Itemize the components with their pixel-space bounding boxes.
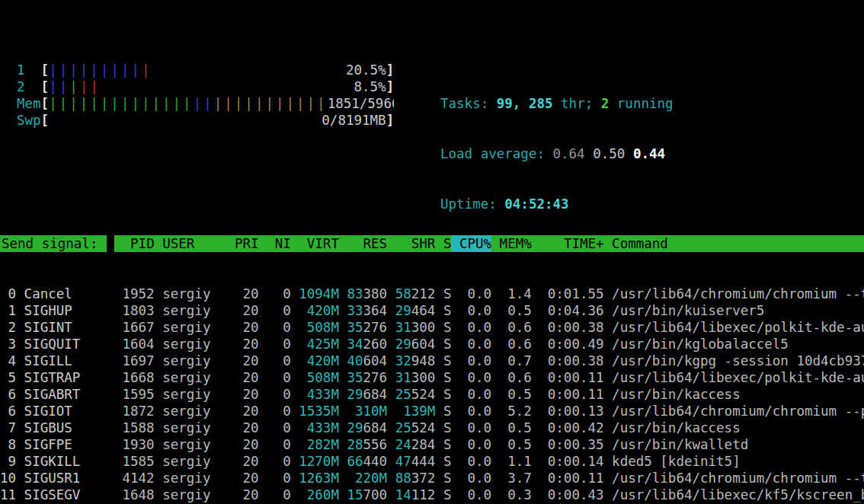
signal-name: SIGABRT (16, 386, 80, 403)
table-row[interactable]: 1667sergiy200508M3527631300S0.00.60:00.3… (114, 319, 864, 336)
cell-pid: 1872 (114, 403, 155, 419)
tan-bars: ||||||||||| (214, 96, 328, 111)
signal-number: 7 (0, 419, 16, 436)
panel-gap (107, 202, 114, 504)
signal-menu-item-cancel[interactable]: 0Cancel (0, 285, 107, 302)
cell-virt: 420M (299, 352, 339, 369)
cell-cpu: 0.0 (451, 436, 491, 453)
cell-state: S (443, 436, 452, 453)
signal-menu-item-sigkill[interactable]: 9SIGKILL (0, 453, 107, 470)
table-row[interactable]: 1930sergiy200282M2855624284S0.00.50:00.3… (114, 436, 864, 453)
blue-bars: ||||||||| (49, 62, 142, 78)
cell-virt: 260M (299, 486, 339, 503)
table-row[interactable]: 1803sergiy200420M3336429464S0.00.50:04.3… (114, 302, 864, 319)
signal-menu-item-sigabrt[interactable]: 6SIGABRT (0, 386, 107, 403)
cell-virt: 508M (299, 319, 339, 336)
cell-res: 28556 (347, 436, 387, 453)
signal-menu-item-sigsegv[interactable]: 11SIGSEGV (0, 486, 107, 503)
cell-shr: 25524 (395, 419, 436, 436)
signal-menu-item-sigint[interactable]: 2SIGINT (0, 319, 107, 336)
cell-state: S (443, 319, 452, 336)
table-row[interactable]: 1595sergiy200433M2968425524S0.00.50:00.1… (114, 386, 864, 403)
signal-menu-item-sigbus[interactable]: 7SIGBUS (0, 419, 107, 436)
table-row[interactable]: 1648sergiy200260M1570014112S0.00.30:00.4… (114, 486, 864, 503)
cell-mem: 5.2 (500, 403, 532, 419)
table-row[interactable]: 1697sergiy200420M4060432948S0.00.70:00.3… (114, 352, 864, 369)
cell-user: sergiy (162, 453, 235, 470)
cell-command: /usr/lib64/chromium/chromium --type (612, 470, 864, 486)
meter-close-bracket: ] (386, 62, 395, 78)
cell-mem: 0.6 (500, 319, 532, 336)
table-row[interactable]: 1585sergiy2001270M6644047444S0.01.10:00.… (114, 453, 864, 470)
load-15min: 0.44 (633, 146, 665, 161)
cell-time: 0:00.11 (539, 470, 603, 486)
cell-cpu: 0.0 (451, 369, 491, 386)
column-header-shr[interactable]: SHR (395, 235, 436, 252)
signal-menu-item-sigtrap[interactable]: 5SIGTRAP (0, 369, 107, 386)
signal-number: 10 (0, 470, 16, 486)
load-average-line: Load average: 0.64 0.50 0.44 (440, 145, 674, 162)
cell-shr: 47444 (395, 453, 436, 470)
cell-res: 15700 (347, 486, 387, 503)
threads-count: 285 (529, 96, 553, 111)
cell-pid: 1595 (114, 386, 155, 403)
cell-pid: 1588 (114, 419, 155, 436)
column-header-user[interactable]: USER (162, 235, 235, 252)
cell-res: 35276 (347, 369, 387, 386)
table-row[interactable]: 1604sergiy200425M3426029604S0.00.60:00.4… (114, 336, 864, 352)
cell-state: S (443, 403, 452, 419)
cell-state: S (443, 486, 452, 503)
cell-command: /usr/bin/kgpg -session 10d4cb937000 (612, 352, 864, 369)
column-header-pri[interactable]: PRI (235, 235, 259, 252)
signal-menu-item-sighup[interactable]: 1SIGHUP (0, 302, 107, 319)
meter-value: 20.5% (346, 62, 386, 78)
signal-menu-item-sigquit[interactable]: 3SIGQUIT (0, 336, 107, 352)
cell-ni: 0 (267, 470, 291, 486)
signal-menu-item-sigfpe[interactable]: 8SIGFPE (0, 436, 107, 453)
table-row[interactable]: 1952sergiy2001094M8338058212S0.01.40:01.… (114, 285, 864, 302)
load-5min: 0.50 (593, 146, 633, 161)
uptime-label: Uptime: (440, 196, 504, 212)
signal-menu-item-sigusr1[interactable]: 10SIGUSR1 (0, 470, 107, 486)
column-header-ni[interactable]: NI (267, 235, 291, 252)
cell-command: /usr/bin/kaccess (612, 386, 741, 403)
cell-shr: 29604 (395, 336, 436, 352)
blue-bars: || (49, 79, 69, 94)
signal-number: 4 (0, 352, 16, 369)
signal-name: SIGQUIT (16, 336, 80, 352)
cell-command: /usr/lib64/chromium/chromium --ppap (612, 403, 864, 419)
cell-command: /usr/lib64/libexec/kf5/kscreen_back (612, 486, 864, 503)
cell-pri: 20 (235, 336, 259, 352)
cell-virt: 1263M (299, 470, 339, 486)
signal-name: SIGFPE (16, 436, 72, 453)
load-1min: 0.64 (553, 146, 594, 161)
cell-state: S (443, 419, 452, 436)
signal-menu-item-sigiot[interactable]: 6SIGIOT (0, 403, 107, 419)
cell-mem: 3.7 (500, 470, 532, 486)
signal-menu-item-sigill[interactable]: 4SIGILL (0, 352, 107, 369)
table-row[interactable]: 1668sergiy200508M3527631300S0.00.60:00.1… (114, 369, 864, 386)
cell-time: 0:00.14 (539, 453, 603, 470)
signal-name: SIGSEGV (16, 486, 80, 503)
meter-value: 0/8191MB (322, 113, 386, 128)
cell-state: S (443, 369, 452, 386)
signal-name: SIGTRAP (16, 369, 80, 386)
cell-mem: 0.5 (500, 436, 532, 453)
cell-pri: 20 (235, 369, 259, 386)
table-row[interactable]: 4142sergiy2001263M220M88372S0.03.70:00.1… (114, 470, 864, 486)
process-table: PID USER PRI NI VIRT RES SHR S CPU% MEM%… (114, 202, 864, 504)
column-header-pid[interactable]: PID (114, 235, 155, 252)
column-header-res[interactable]: RES (347, 235, 387, 252)
table-row[interactable]: 1872sergiy2001535M310M139MS0.05.20:00.13… (114, 403, 864, 419)
cell-pid: 4142 (114, 470, 155, 486)
cell-user: sergiy (162, 285, 235, 302)
cell-time: 0:00.11 (539, 369, 603, 386)
cell-user: sergiy (162, 403, 235, 419)
cell-res: 83380 (347, 285, 387, 302)
table-row[interactable]: 1588sergiy200433M2968425524S0.00.50:00.4… (114, 419, 864, 436)
cell-shr: 139M (395, 403, 436, 419)
cell-mem: 0.6 (500, 336, 532, 352)
column-header-virt[interactable]: VIRT (299, 235, 339, 252)
cell-shr: 25524 (395, 386, 436, 403)
cell-mem: 0.7 (500, 352, 532, 369)
